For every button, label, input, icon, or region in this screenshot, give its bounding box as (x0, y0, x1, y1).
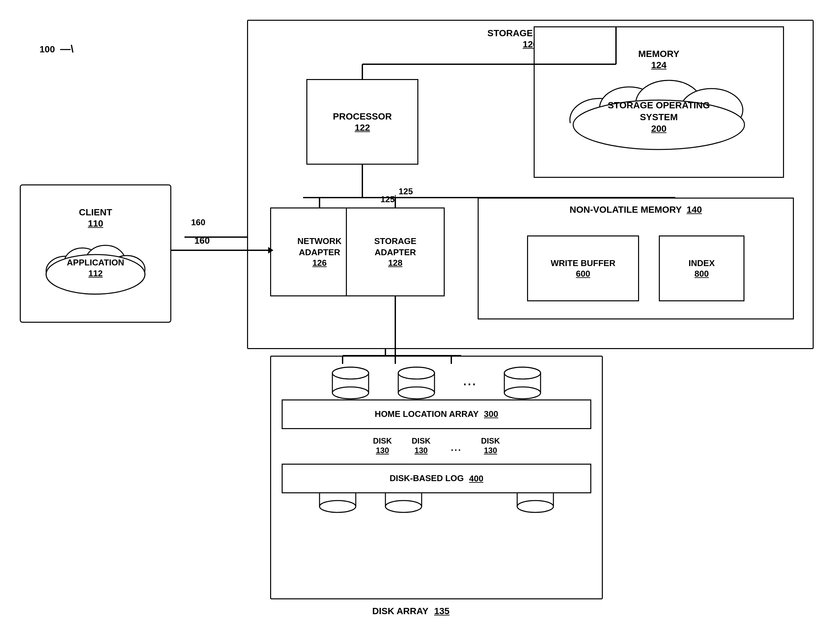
disk-box-1: DISK 130 (373, 436, 392, 457)
processor-num: 122 (355, 123, 370, 133)
processor-label: PROCESSOR (333, 111, 392, 123)
disk-cylinder-2 (397, 367, 436, 399)
disk-array-label: DISK ARRAY 135 (372, 606, 450, 616)
storage-adapter-num: 128 (388, 258, 402, 268)
disk1-label: DISK (373, 436, 392, 446)
client-num: 110 (88, 218, 104, 229)
bottom-cylinder-1 (318, 493, 358, 514)
disk2-label: DISK (412, 436, 430, 446)
svg-point-44 (398, 367, 435, 379)
da-num: 135 (434, 606, 450, 616)
processor-box: PROCESSOR 122 (306, 79, 418, 165)
bottom-cylinder-3 (515, 493, 555, 514)
svg-point-62 (517, 501, 553, 512)
dbl-label: DISK-BASED LOG (390, 473, 464, 484)
storage-os-num: 200 (608, 123, 710, 134)
disk-array-box: ... HOME LOCATION ARRAY 300 (270, 356, 603, 599)
dbl-num: 400 (469, 474, 483, 484)
svg-point-37 (333, 387, 369, 399)
memory-label: MEMORY (638, 48, 679, 60)
disk2-num: 130 (412, 446, 430, 455)
memory-box: MEMORY 124 STORAGE OPERATINGSYSTEM 200 (534, 26, 784, 178)
nvm-label: NON-VOLATILE MEMORY (570, 205, 682, 215)
index-label: INDEX (689, 258, 714, 269)
application-label: APPLICATION (67, 257, 124, 268)
bottom-cylinder-spacer (450, 493, 489, 514)
svg-point-54 (320, 501, 356, 512)
application-num: 112 (67, 268, 124, 279)
disk-dots: ... (450, 439, 461, 457)
disk-box-3: DISK 130 (481, 436, 500, 457)
ref-number: 100 (39, 44, 55, 54)
link-125-label: 125 (380, 194, 395, 205)
disk-cylinder-3 (503, 367, 542, 399)
network-adapter-label: NETWORKADAPTER (298, 236, 342, 258)
network-adapter-num: 126 (312, 258, 326, 268)
svg-point-49 (504, 387, 541, 399)
svg-point-43 (398, 387, 435, 399)
disk-based-log-box: DISK-BASED LOG 400 (282, 464, 591, 493)
nvm-num: 140 (687, 205, 702, 215)
da-text: DISK ARRAY (372, 606, 428, 616)
home-location-array-box: HOME LOCATION ARRAY 300 (282, 399, 591, 429)
hla-label: HOME LOCATION ARRAY (375, 409, 479, 420)
client-label: CLIENT (79, 206, 112, 218)
write-buffer-num: 600 (576, 269, 590, 279)
disk1-num: 130 (373, 446, 392, 455)
svg-point-58 (385, 501, 422, 512)
storage-adapter-box: STORAGEADAPTER 128 (346, 208, 445, 296)
svg-point-50 (504, 367, 541, 379)
non-volatile-memory-box: NON-VOLATILE MEMORY 140 WRITE BUFFER 600… (478, 198, 794, 320)
hla-num: 300 (484, 409, 498, 419)
svg-text:160: 160 (194, 235, 210, 246)
index-num: 800 (694, 269, 709, 279)
diagram-ref-label: 100 —\ (39, 43, 74, 55)
disk-box-2: DISK 130 (412, 436, 430, 457)
index-box: INDEX 800 (659, 235, 744, 301)
client-box: CLIENT 110 APPLICATION 112 (20, 184, 171, 323)
disk-cylinder-1 (331, 367, 370, 399)
write-buffer-label: WRITE BUFFER (551, 258, 615, 269)
storage-adapter-label: STORAGEADAPTER (374, 236, 416, 258)
storage-os-label: STORAGE OPERATINGSYSTEM (608, 99, 710, 123)
disk3-label: DISK (481, 436, 500, 446)
bottom-cylinder-2 (384, 493, 423, 514)
link-160-label: 160 (191, 217, 205, 228)
memory-num: 124 (651, 60, 667, 71)
disk3-num: 130 (481, 446, 500, 455)
svg-point-38 (333, 367, 369, 379)
ellipsis: ... (462, 367, 476, 399)
write-buffer-box: WRITE BUFFER 600 (527, 235, 639, 301)
